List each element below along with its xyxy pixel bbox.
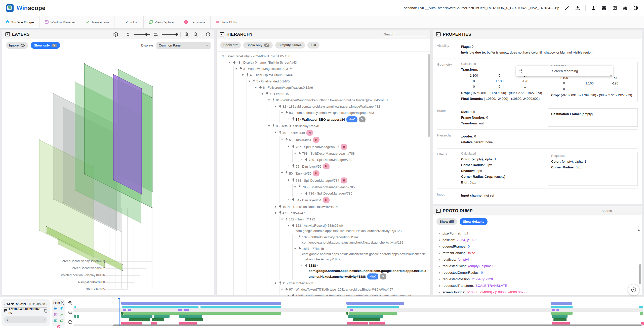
tree-row[interactable]: •1888 - com.google.android.apps.nexuslau… xyxy=(299,262,429,280)
chip-show-diff[interactable]: Show diff xyxy=(220,42,241,49)
pin-icon[interactable] xyxy=(271,123,276,128)
pin-icon[interactable] xyxy=(291,223,296,227)
tree-row[interactable]: ▼785 - SplitDecorManagerLeash#785 xyxy=(293,184,429,190)
tree-row[interactable]: ▼123 - ActivityRecord{4788c02 u0 com.goo… xyxy=(286,222,429,234)
pin-icon[interactable] xyxy=(298,151,302,155)
tab-jank-cujs[interactable]: Jank CUJs xyxy=(211,16,242,28)
proto-property-row[interactable]: ●requestedPosition:x: -54, y: -120 xyxy=(436,276,640,283)
property-row[interactable]: Size: null xyxy=(461,109,544,114)
pin-icon[interactable] xyxy=(232,60,237,64)
tree-row[interactable]: ▼11 - ImeContainer#11 xyxy=(273,280,429,286)
property-row[interactable]: Destination Frame: {empty} xyxy=(551,112,634,116)
layers-3d-view[interactable]: ScreenDecorOverlayBottom#63ScreenDecorOv… xyxy=(2,52,214,295)
upload-icon[interactable] xyxy=(591,5,596,11)
tree-row[interactable]: ▼1895 - Surface(name=3baac60 InputMethod… xyxy=(286,293,429,296)
hierarchy-search-input[interactable] xyxy=(383,32,427,37)
pin-icon[interactable] xyxy=(285,137,289,141)
chip-simplify-names[interactable]: Simplify names xyxy=(275,42,305,49)
expand-arrow-icon[interactable]: ▼ xyxy=(234,66,239,71)
report-bug-icon[interactable] xyxy=(622,5,628,11)
tree-row[interactable]: ▼49 - Task=2#49H xyxy=(273,129,429,136)
reset-view-icon[interactable] xyxy=(205,31,211,37)
displays-select[interactable]: Common Panel ▼ xyxy=(156,42,211,49)
3d-view-icon[interactable] xyxy=(113,31,119,37)
proto-dump-scrollbar[interactable] xyxy=(639,264,641,284)
collapse-panel-icon[interactable] xyxy=(220,32,224,36)
tree-row[interactable]: ▼784 - SplitDecorManager#784H xyxy=(286,177,429,184)
layer-label[interactable]: ScreenDecorOverlay#62 xyxy=(4,266,105,270)
ns-time-value[interactable]: 1711895465013903348 ns xyxy=(9,307,41,314)
property-row[interactable]: Final Bounds: (-10800, -24000) - (10800,… xyxy=(461,96,544,101)
pin-icon[interactable] xyxy=(285,110,289,114)
filter-transactions-icon[interactable] xyxy=(60,313,64,317)
proto-property-row[interactable]: ●relatives:[empty] xyxy=(436,256,640,263)
pin-icon[interactable] xyxy=(298,246,302,250)
expand-arrow-icon[interactable]: ▼ xyxy=(293,151,298,156)
drag-handle-icon[interactable] xyxy=(519,68,522,74)
proto-property-row[interactable]: ●refreshPending:false xyxy=(436,250,640,256)
expand-timeline-button[interactable] xyxy=(628,284,639,296)
timeline-cursor[interactable] xyxy=(119,298,119,326)
tree-row[interactable]: •132 - d886913 ActivityRecordInputSink c… xyxy=(293,234,429,246)
tree-row[interactable]: •84 - Wallpaper BBQ wrapper#84HWCV xyxy=(286,116,429,123)
chip-show-diff[interactable]: Show diff xyxy=(436,218,457,225)
property-row[interactable]: Invisible due to: buffer is empty, does … xyxy=(461,50,638,55)
tree-row[interactable]: ▼81 - WallpaperWindowToken{fcfbcd7 token… xyxy=(266,97,429,103)
tree-row[interactable]: ▼LayerTraceEntry - 2024-03-31, 14:31:05.… xyxy=(221,53,429,59)
pin-icon[interactable] xyxy=(298,184,302,189)
property-row[interactable]: Crop: (-9769.091, -21709.090) - (9867.27… xyxy=(551,93,634,98)
edit-icon[interactable] xyxy=(564,5,570,11)
filter-transitions-icon[interactable] xyxy=(57,325,61,328)
tree-row[interactable]: ▼5 - OneHanded:0:14#5 xyxy=(247,78,429,84)
pin-icon[interactable] xyxy=(285,170,289,175)
pin-icon[interactable] xyxy=(291,116,296,121)
expand-arrow-icon[interactable]: ▼ xyxy=(279,170,285,176)
property-row[interactable]: Blur: 0 px xyxy=(461,180,544,185)
proto-property-row[interactable]: ●requestedColor:{empty}, alpha: 1 xyxy=(436,263,640,269)
timeline-canvas[interactable] xyxy=(73,298,643,326)
proto-property-row[interactable]: ●pixelFormat:null xyxy=(436,230,640,237)
download-icon[interactable] xyxy=(575,5,580,11)
layer-label[interactable]: PointerLocation - display 0#136 xyxy=(4,273,105,277)
chip-show-defaults[interactable]: Show defaults xyxy=(460,218,488,225)
dark-mode-icon[interactable] xyxy=(633,5,638,11)
collapse-panel-icon[interactable] xyxy=(436,32,441,36)
pin-icon[interactable] xyxy=(239,66,243,70)
chip-flat[interactable]: Flat xyxy=(307,42,319,49)
pin-icon[interactable] xyxy=(285,287,289,291)
documentation-icon[interactable] xyxy=(612,5,617,11)
layer-label[interactable]: StatusBar#85 xyxy=(4,288,105,291)
pin-icon[interactable] xyxy=(271,98,276,102)
timeline-zoom-in-icon[interactable] xyxy=(67,300,73,306)
property-row[interactable]: Corner Radius: 0 px xyxy=(551,165,634,170)
expand-arrow-icon[interactable]: ▼ xyxy=(279,287,285,292)
resize-handle[interactable] xyxy=(610,73,612,76)
proto-property-row[interactable]: ●queuedFrames:0 xyxy=(436,243,640,250)
zoom-in-icon[interactable] xyxy=(184,31,190,37)
tree-row[interactable]: •55 - Dim layer#55H xyxy=(286,163,429,170)
property-row[interactable]: Color: {empty}, alpha: 1 xyxy=(461,157,544,162)
tab-transitions[interactable]: Transitions xyxy=(179,16,211,28)
scroll-up-icon[interactable]: ▲ xyxy=(637,228,640,231)
expand-arrow-icon[interactable]: ▼ xyxy=(253,85,258,90)
property-row[interactable]: Transform: null xyxy=(461,121,544,126)
expand-arrow-icon[interactable]: ▼ xyxy=(286,177,291,183)
tree-row[interactable]: ▼47 - Task=1#47 xyxy=(273,210,429,216)
pin-icon[interactable] xyxy=(278,130,283,134)
collapse-filter-button[interactable] xyxy=(61,301,64,305)
tree-row[interactable]: ▼7 - Leaf:0:1#7 xyxy=(260,91,429,97)
tab-view-capture[interactable]: View Capture xyxy=(144,16,179,28)
rotation-icon[interactable] xyxy=(125,31,131,37)
expand-arrow-icon[interactable]: ▼ xyxy=(286,293,291,296)
filter-wm-icon[interactable] xyxy=(54,313,58,317)
timeline-zoom-reset-icon[interactable] xyxy=(67,319,73,325)
tree-row[interactable]: ▼8 - DefaultTaskDisplayArea#8 xyxy=(266,123,429,129)
expand-arrow-icon[interactable]: ▼ xyxy=(247,79,252,84)
property-row[interactable]: Crop: (-9769.091, -21709.090) - (9867.27… xyxy=(461,90,544,95)
tree-row[interactable]: ▼4 - HideDisplayCutout:0:14#4 xyxy=(240,72,429,78)
show-only-visible-chip[interactable]: Show only V xyxy=(31,42,60,49)
tree-row[interactable]: •789 - SplitDecorManager#789 xyxy=(299,157,429,163)
expand-arrow-icon[interactable]: ▼ xyxy=(279,137,285,142)
pin-icon[interactable] xyxy=(278,210,283,215)
ignore-chip[interactable]: Ignore xyxy=(6,42,28,49)
